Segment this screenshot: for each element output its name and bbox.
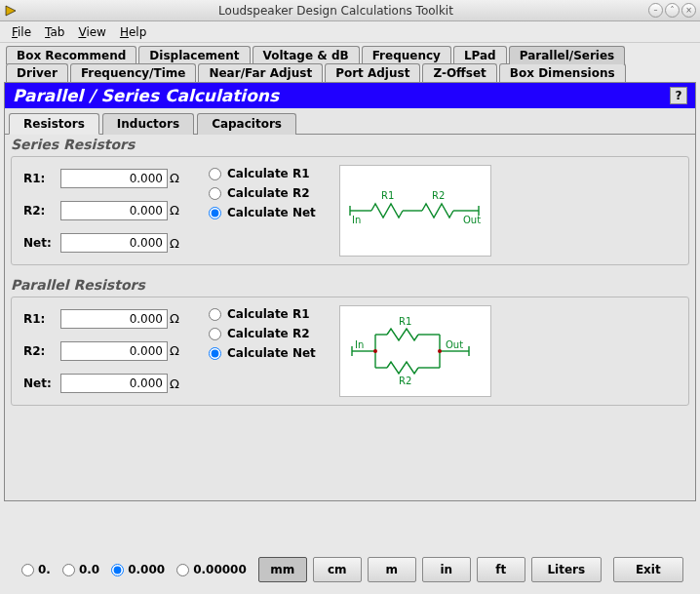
unit-ft-button[interactable]: ft (477, 557, 525, 582)
menu-view[interactable]: View (72, 23, 111, 41)
series-diag-out: Out (463, 215, 481, 225)
precision-0[interactable]: 0. (21, 563, 51, 576)
svg-point-17 (438, 349, 442, 353)
parallel-diagram: In Out R1 R2 (339, 305, 491, 397)
precision-radios: 0. 0.0 0.000 0.00000 (21, 563, 247, 576)
tab-frequency-time[interactable]: Frequency/Time (70, 63, 197, 82)
parallel-r1-input[interactable] (60, 309, 168, 329)
tabs-row-1: Box Recommend Displacement Voltage & dB … (6, 45, 696, 63)
main-panel: Parallel / Series Calculations ? Resisto… (4, 82, 696, 501)
series-r2-unit: Ω (170, 203, 185, 218)
series-diag-r2: R2 (432, 190, 445, 201)
exit-button[interactable]: Exit (613, 557, 683, 582)
menu-file[interactable]: File (6, 23, 37, 41)
parallel-net-label: Net: (23, 376, 60, 390)
tab-frequency[interactable]: Frequency (362, 46, 451, 64)
menubar: File Tab View Help (0, 21, 700, 43)
unit-cm-button[interactable]: cm (313, 557, 362, 582)
panel-header: Parallel / Series Calculations ? (5, 83, 695, 108)
parallel-title: Parallel Resistors (5, 275, 695, 295)
series-diag-in: In (352, 215, 361, 225)
app-icon (4, 4, 18, 18)
maximize-icon[interactable]: ˄ (665, 3, 680, 18)
tab-port-adjust[interactable]: Port Adjust (325, 63, 420, 82)
tab-displacement[interactable]: Displacement (138, 46, 250, 64)
tab-lpad[interactable]: LPad (453, 46, 507, 64)
tabs-row-2: Driver Frequency/Time Near/Far Adjust Po… (6, 63, 696, 82)
series-net-label: Net: (23, 236, 60, 250)
series-r2-label: R2: (23, 204, 60, 218)
subtab-inductors[interactable]: Inductors (102, 113, 194, 135)
menu-tab[interactable]: Tab (39, 23, 70, 41)
panel-title: Parallel / Series Calculations (13, 86, 279, 105)
series-r1-input[interactable] (60, 169, 168, 188)
parallel-diag-in: In (355, 339, 364, 350)
series-r1-label: R1: (23, 172, 60, 185)
parallel-diag-r2: R2 (399, 376, 411, 386)
minimize-icon[interactable]: – (648, 3, 663, 18)
unit-mm-button[interactable]: mm (258, 557, 307, 582)
tab-near-far-adjust[interactable]: Near/Far Adjust (198, 63, 323, 82)
unit-liters-button[interactable]: Liters (531, 557, 602, 582)
window-titlebar: Loudspeaker Design Calculations Toolkit … (0, 0, 700, 21)
series-net-input[interactable] (60, 233, 168, 253)
parallel-r2-label: R2: (23, 344, 60, 358)
series-form: R1: Ω R2: Ω Net: Ω Calculate R1 Calculat… (11, 156, 689, 265)
parallel-form: R1: Ω R2: Ω Net: Ω Calculate R1 Calculat… (11, 297, 689, 406)
series-net-unit: Ω (170, 236, 185, 251)
series-calc-r1-radio[interactable]: Calculate R1 (209, 167, 316, 180)
unit-m-button[interactable]: m (368, 557, 416, 582)
subtabs: Resistors Inductors Capacitors (5, 108, 695, 135)
window-title: Loudspeaker Design Calculations Toolkit (23, 4, 648, 18)
series-diag-r1: R1 (381, 190, 394, 201)
subtab-resistors[interactable]: Resistors (9, 113, 99, 135)
svg-marker-0 (6, 6, 16, 16)
parallel-r1-unit: Ω (170, 311, 185, 326)
subtab-capacitors[interactable]: Capacitors (197, 113, 296, 135)
precision-00000[interactable]: 0.00000 (176, 563, 247, 576)
series-r2-input[interactable] (60, 201, 168, 220)
tab-z-offset[interactable]: Z-Offset (422, 63, 496, 82)
series-diagram: In Out R1 R2 (339, 165, 491, 257)
parallel-calc-r1-radio[interactable]: Calculate R1 (209, 307, 316, 321)
parallel-calc-net-radio[interactable]: Calculate Net (209, 346, 316, 360)
series-title: Series Resistors (5, 135, 695, 154)
tab-parallel-series[interactable]: Parallel/Series (509, 46, 626, 64)
series-calc-net-radio[interactable]: Calculate Net (209, 206, 316, 219)
parallel-net-input[interactable] (60, 374, 168, 393)
precision-00[interactable]: 0.0 (62, 563, 99, 576)
parallel-diag-out: Out (446, 339, 463, 350)
series-calc-r2-radio[interactable]: Calculate R2 (209, 186, 316, 200)
svg-point-16 (373, 349, 377, 353)
unit-in-button[interactable]: in (422, 557, 471, 582)
parallel-calc-r2-radio[interactable]: Calculate R2 (209, 327, 316, 340)
close-icon[interactable]: × (681, 3, 696, 18)
help-button[interactable]: ? (670, 87, 687, 104)
precision-000[interactable]: 0.000 (111, 563, 165, 576)
footer: 0. 0.0 0.000 0.00000 mm cm m in ft Liter… (4, 553, 696, 586)
tab-voltage-db[interactable]: Voltage & dB (253, 46, 360, 64)
parallel-net-unit: Ω (170, 376, 185, 391)
tab-driver[interactable]: Driver (6, 63, 68, 82)
parallel-r2-input[interactable] (60, 341, 168, 361)
parallel-r2-unit: Ω (170, 343, 185, 358)
tab-box-dimensions[interactable]: Box Dimensions (499, 63, 626, 82)
parallel-r1-label: R1: (23, 312, 60, 326)
menu-help[interactable]: Help (114, 23, 152, 41)
series-r1-unit: Ω (170, 171, 185, 185)
tab-box-recommend[interactable]: Box Recommend (6, 46, 136, 64)
parallel-diag-r1: R1 (399, 316, 411, 327)
